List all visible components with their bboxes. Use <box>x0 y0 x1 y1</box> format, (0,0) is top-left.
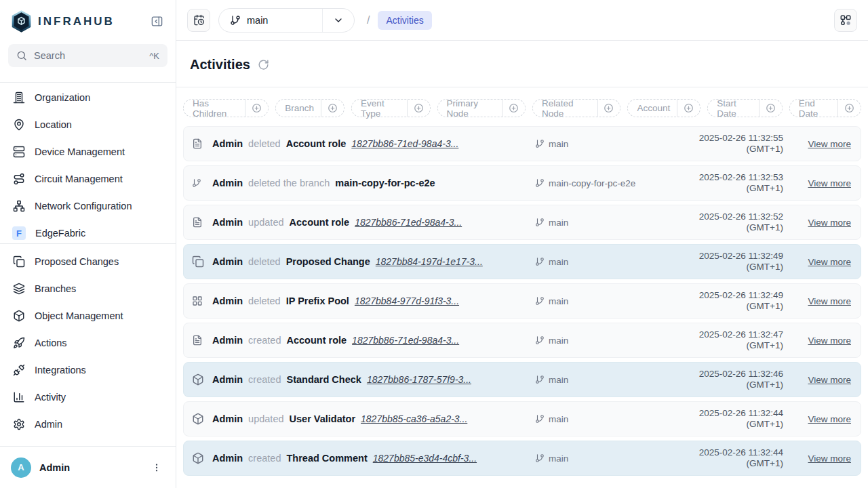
view-more-link[interactable]: View more <box>808 257 851 267</box>
sidebar-header: INFRAHUB <box>0 0 176 41</box>
row-actor: Admin <box>212 335 243 346</box>
row-branch-name: main <box>549 139 568 149</box>
row-actor: Admin <box>212 138 243 149</box>
file-text-icon <box>192 335 205 346</box>
sidebar-item-label: Actions <box>35 338 67 348</box>
row-timezone: (GMT+1) <box>747 380 783 390</box>
row-actor: Admin <box>212 256 243 267</box>
sidebar-item-network-configuration[interactable]: Network Configuration <box>0 192 176 220</box>
sidebar-item-label: Activity <box>35 392 66 403</box>
filter-chip-branch[interactable]: Branch <box>275 99 344 117</box>
row-object-id-link[interactable]: 1827bb86-71ed-98a4-3... <box>352 335 459 346</box>
filter-chip-event-type[interactable]: Event Type <box>351 99 430 117</box>
sidebar-item-label: Integrations <box>35 365 86 375</box>
row-object-id-link[interactable]: 1827bb84-977d-91f3-3... <box>355 296 459 306</box>
sidebar-collapse-icon[interactable] <box>149 14 165 29</box>
row-date: 2025-02-26 11:32:44 <box>699 447 783 458</box>
search-input[interactable]: Search ^K <box>8 44 167 67</box>
sidebar-item-location[interactable]: Location <box>0 111 176 138</box>
sidebar-item-activity[interactable]: Activity <box>0 384 176 411</box>
filter-chip-account[interactable]: Account <box>627 99 701 117</box>
sidebar-item-integrations[interactable]: Integrations <box>0 357 176 384</box>
row-timezone: (GMT+1) <box>747 419 783 429</box>
sidebar-item-proposed-changes[interactable]: Proposed Changes <box>0 248 176 275</box>
row-date: 2025-02-26 11:32:49 <box>699 251 783 261</box>
plus-circle-icon[interactable] <box>245 100 268 117</box>
plus-circle-icon[interactable] <box>838 100 861 117</box>
row-action: created <box>248 374 281 385</box>
filter-chip-label: Branch <box>276 100 321 117</box>
date-picker-button[interactable] <box>187 9 210 32</box>
topbar: main / Activities <box>176 0 868 41</box>
sidebar-item-device-management[interactable]: Device Management <box>0 138 176 165</box>
filter-chip-primary-node[interactable]: Primary Node <box>437 99 526 117</box>
row-object-type: Proposed Change <box>286 256 370 267</box>
network-icon <box>13 200 25 212</box>
plus-circle-icon[interactable] <box>502 100 525 117</box>
filter-chip-end-date[interactable]: End Date <box>789 99 861 117</box>
activity-row: Admin deleted Proposed Change 1827bb84-1… <box>183 244 861 279</box>
sidebar-item-label: Circuit Management <box>35 174 123 184</box>
breadcrumb-activities[interactable]: Activities <box>378 11 431 30</box>
sidebar-item-object-management[interactable]: Object Management <box>0 302 176 329</box>
edgefabric-icon: F <box>12 226 26 240</box>
refresh-icon[interactable] <box>258 59 269 70</box>
calendar-clock-icon <box>193 14 205 26</box>
row-branch-name: main <box>549 257 568 267</box>
copy-icon <box>192 256 205 268</box>
branch-selector-caret[interactable] <box>322 9 354 32</box>
view-more-link[interactable]: View more <box>808 375 851 385</box>
activity-row: Admin created Standard Check 1827bb86-17… <box>183 362 861 397</box>
git-branch-icon <box>535 257 545 266</box>
row-object-id-link[interactable]: 1827bb84-197d-1e17-3... <box>376 256 483 267</box>
chevron-down-icon <box>333 15 344 26</box>
row-branch-name: main <box>549 336 568 346</box>
cube-icon <box>192 452 205 464</box>
view-more-link[interactable]: View more <box>808 453 851 464</box>
view-more-link[interactable]: View more <box>808 178 851 188</box>
schema-visualizer-button[interactable] <box>834 9 857 32</box>
row-object-id-link[interactable]: 1827bb85-ca36-a5a2-3... <box>361 413 467 424</box>
sidebar-item-circuit-management[interactable]: Circuit Management <box>0 165 176 192</box>
row-timezone: (GMT+1) <box>747 340 783 350</box>
view-more-link[interactable]: View more <box>808 296 851 306</box>
map-pin-icon <box>13 119 25 131</box>
sidebar-item-branches[interactable]: Branches <box>0 275 176 302</box>
infrahub-logo[interactable]: INFRAHUB <box>11 9 115 33</box>
user-menu-kebab-icon[interactable] <box>149 460 165 476</box>
row-timezone: (GMT+1) <box>747 222 783 232</box>
row-object-type: IP Prefix Pool <box>286 296 349 306</box>
row-object-id-link[interactable]: 1827bb86-71ed-98a4-3... <box>351 138 458 149</box>
row-action: deleted <box>248 138 281 149</box>
plus-circle-icon[interactable] <box>408 100 430 117</box>
plus-circle-icon[interactable] <box>321 100 344 117</box>
plus-circle-icon[interactable] <box>677 100 700 117</box>
route-icon <box>13 173 25 185</box>
sidebar-item-admin[interactable]: Admin <box>0 411 176 438</box>
row-object-type: Standard Check <box>286 374 361 385</box>
row-object-id-link[interactable]: 1827bb85-e3d4-4cbf-3... <box>373 453 477 464</box>
workflow-icon <box>840 14 852 26</box>
activity-row: Admin updated User Validator 1827bb85-ca… <box>183 401 861 436</box>
sidebar-item-actions[interactable]: Actions <box>0 329 176 357</box>
view-more-link[interactable]: View more <box>808 336 851 346</box>
building-icon <box>13 92 25 104</box>
filter-chip-related-node[interactable]: Related Node <box>532 99 620 117</box>
branch-selector[interactable]: main <box>218 8 355 33</box>
layers-icon <box>13 283 25 295</box>
plus-circle-icon[interactable] <box>760 100 782 117</box>
row-object-id-link[interactable]: 1827bb86-71ed-98a4-3... <box>355 217 462 228</box>
row-object-id-link[interactable]: 1827bb86-1787-57f9-3... <box>367 374 471 385</box>
activity-list: Admin deleted Account role 1827bb86-71ed… <box>176 126 868 483</box>
activity-row: Admin created Account role 1827bb86-71ed… <box>183 323 861 358</box>
plus-circle-icon[interactable] <box>597 100 620 117</box>
view-more-link[interactable]: View more <box>808 414 851 424</box>
sidebar-item-organization[interactable]: Organization <box>0 84 176 111</box>
filter-chip-has-children[interactable]: Has Children <box>183 99 269 117</box>
filter-chip-start-date[interactable]: Start Date <box>707 99 782 117</box>
sidebar-item-edgefabric[interactable]: F EdgeFabric <box>0 220 176 243</box>
view-more-link[interactable]: View more <box>808 218 851 228</box>
view-more-link[interactable]: View more <box>808 139 851 149</box>
row-actor: Admin <box>212 413 243 424</box>
branch-selector-value: main <box>247 15 268 26</box>
